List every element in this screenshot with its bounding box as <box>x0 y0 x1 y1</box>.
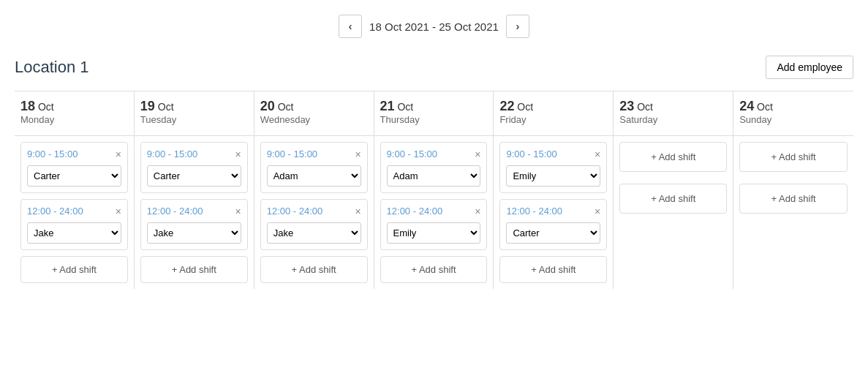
employee-select-thu-0[interactable]: CarterAdamJakeEmily <box>387 165 481 187</box>
day-number-thu: 21 Oct <box>380 99 488 114</box>
add-shift-button-sat-1[interactable]: + Add shift <box>619 184 727 214</box>
prev-button[interactable]: ‹ <box>339 15 362 38</box>
add-shift-button-wed[interactable]: + Add shift <box>260 256 368 283</box>
shift-close-button-fri-0[interactable]: × <box>595 149 600 159</box>
employee-select-mon-0[interactable]: CarterAdamJakeEmily <box>27 165 121 187</box>
day-num: 20 <box>260 99 275 113</box>
day-number-mon: 18 Oct <box>20 99 128 114</box>
no-shifts-area-sat: + Add shift+ Add shift <box>614 136 733 225</box>
shift-close-button-thu-0[interactable]: × <box>475 149 480 159</box>
date-range-label: 18 Oct 2021 - 25 Oct 2021 <box>369 20 499 33</box>
shift-time-wed-0: 9:00 - 15:00 <box>267 148 317 159</box>
day-number-wed: 20 Oct <box>260 99 368 114</box>
shift-card-thu-1: 12:00 - 24:00×CarterAdamJakeEmily <box>380 199 488 250</box>
shift-time-row-wed-0: 9:00 - 15:00× <box>267 148 361 159</box>
shifts-bottom-wed: + Add shift <box>254 256 374 289</box>
shift-card-mon-0: 9:00 - 15:00×CarterAdamJakeEmily <box>20 142 128 193</box>
employee-select-thu-1[interactable]: CarterAdamJakeEmily <box>387 222 481 244</box>
shift-time-thu-0: 9:00 - 15:00 <box>387 148 437 159</box>
day-month: Oct <box>158 101 174 113</box>
shift-close-button-wed-1[interactable]: × <box>355 206 361 217</box>
add-employee-button[interactable]: Add employee <box>766 56 853 79</box>
shift-time-mon-1: 12:00 - 24:00 <box>27 206 83 217</box>
shifts-bottom-thu: + Add shift <box>374 256 494 289</box>
add-shift-button-sun-0[interactable]: + Add shift <box>739 142 848 172</box>
add-shift-button-fri[interactable]: + Add shift <box>499 256 607 283</box>
employee-select-tue-1[interactable]: CarterAdamJakeEmily <box>147 222 241 244</box>
calendar-nav: ‹ 18 Oct 2021 - 25 Oct 2021 › <box>15 15 853 38</box>
day-column-sun: 24 Oct Sunday + Add shift+ Add shift <box>733 91 853 289</box>
schedule-grid: 18 Oct Monday 9:00 - 15:00×CarterAdamJak… <box>15 91 853 289</box>
shift-card-fri-1: 12:00 - 24:00×CarterAdamJakeEmily <box>499 199 607 250</box>
add-shift-button-thu[interactable]: + Add shift <box>380 256 488 283</box>
shift-card-thu-0: 9:00 - 15:00×CarterAdamJakeEmily <box>380 142 488 193</box>
shift-close-button-tue-1[interactable]: × <box>235 206 241 217</box>
day-num: 18 <box>20 99 35 113</box>
shift-close-button-wed-0[interactable]: × <box>355 149 361 159</box>
day-month: Oct <box>38 101 54 113</box>
shift-time-thu-1: 12:00 - 24:00 <box>387 206 443 217</box>
day-num: 21 <box>380 99 395 113</box>
shift-time-tue-1: 12:00 - 24:00 <box>147 206 203 217</box>
location-header: Location 1 Add employee <box>15 56 853 79</box>
shift-time-row-tue-0: 9:00 - 15:00× <box>147 148 241 159</box>
next-button[interactable]: › <box>506 15 529 38</box>
shift-time-fri-1: 12:00 - 24:00 <box>506 206 562 217</box>
add-shift-button-sun-1[interactable]: + Add shift <box>739 184 848 214</box>
day-column-sat: 23 Oct Saturday + Add shift+ Add shift <box>614 91 733 289</box>
day-name-sat: Saturday <box>619 114 727 125</box>
day-number-tue: 19 Oct <box>140 99 248 114</box>
day-column-tue: 19 Oct Tuesday 9:00 - 15:00×CarterAdamJa… <box>135 91 254 289</box>
employee-select-tue-0[interactable]: CarterAdamJakeEmily <box>147 165 241 187</box>
shift-close-button-tue-0[interactable]: × <box>235 149 241 159</box>
shift-time-row-fri-0: 9:00 - 15:00× <box>506 148 600 159</box>
day-month: Oct <box>637 101 653 113</box>
shift-card-fri-0: 9:00 - 15:00×CarterAdamJakeEmily <box>499 142 607 193</box>
shift-time-row-thu-1: 12:00 - 24:00× <box>387 206 481 217</box>
shift-time-wed-1: 12:00 - 24:00 <box>267 206 323 217</box>
shift-time-tue-0: 9:00 - 15:00 <box>147 148 197 159</box>
shifts-area-mon: 9:00 - 15:00×CarterAdamJakeEmily12:00 - … <box>15 136 134 256</box>
employee-select-mon-1[interactable]: CarterAdamJakeEmily <box>27 222 121 244</box>
day-month: Oct <box>757 101 773 113</box>
shift-close-button-mon-0[interactable]: × <box>116 149 121 159</box>
employee-select-wed-1[interactable]: CarterAdamJakeEmily <box>267 222 361 244</box>
shift-close-button-thu-1[interactable]: × <box>475 206 480 217</box>
day-name-mon: Monday <box>20 114 128 125</box>
shift-time-mon-0: 9:00 - 15:00 <box>27 148 78 159</box>
add-shift-button-sat-0[interactable]: + Add shift <box>619 142 727 172</box>
day-name-thu: Thursday <box>380 114 488 125</box>
day-header-mon: 18 Oct Monday <box>15 91 134 136</box>
day-column-wed: 20 Oct Wednesday 9:00 - 15:00×CarterAdam… <box>254 91 374 289</box>
day-header-sat: 23 Oct Saturday <box>614 91 733 136</box>
day-number-sat: 23 Oct <box>619 99 727 114</box>
shifts-bottom-fri: + Add shift <box>494 256 613 289</box>
day-month: Oct <box>397 101 413 113</box>
day-column-mon: 18 Oct Monday 9:00 - 15:00×CarterAdamJak… <box>15 91 135 289</box>
day-num: 22 <box>499 99 514 113</box>
shift-time-row-thu-0: 9:00 - 15:00× <box>387 148 481 159</box>
day-header-thu: 21 Oct Thursday <box>374 91 494 136</box>
shift-card-wed-0: 9:00 - 15:00×CarterAdamJakeEmily <box>260 142 368 193</box>
day-month: Oct <box>278 101 294 113</box>
day-name-wed: Wednesday <box>260 114 368 125</box>
shift-time-row-tue-1: 12:00 - 24:00× <box>147 206 241 217</box>
shift-time-row-mon-0: 9:00 - 15:00× <box>27 148 121 159</box>
shift-card-wed-1: 12:00 - 24:00×CarterAdamJakeEmily <box>260 199 368 250</box>
day-name-tue: Tuesday <box>140 114 248 125</box>
shifts-area-fri: 9:00 - 15:00×CarterAdamJakeEmily12:00 - … <box>494 136 613 256</box>
shift-time-row-mon-1: 12:00 - 24:00× <box>27 206 121 217</box>
day-column-thu: 21 Oct Thursday 9:00 - 15:00×CarterAdamJ… <box>374 91 494 289</box>
shift-close-button-mon-1[interactable]: × <box>116 206 121 217</box>
add-shift-button-tue[interactable]: + Add shift <box>140 256 248 283</box>
day-header-fri: 22 Oct Friday <box>494 91 613 136</box>
shift-close-button-fri-1[interactable]: × <box>595 206 600 217</box>
employee-select-fri-0[interactable]: CarterAdamJakeEmily <box>506 165 600 187</box>
add-shift-button-mon[interactable]: + Add shift <box>20 256 128 283</box>
day-month: Oct <box>517 101 533 113</box>
shifts-area-wed: 9:00 - 15:00×CarterAdamJakeEmily12:00 - … <box>254 136 374 256</box>
employee-select-fri-1[interactable]: CarterAdamJakeEmily <box>506 222 600 244</box>
shift-time-row-fri-1: 12:00 - 24:00× <box>506 206 600 217</box>
shift-card-mon-1: 12:00 - 24:00×CarterAdamJakeEmily <box>20 199 128 250</box>
employee-select-wed-0[interactable]: CarterAdamJakeEmily <box>267 165 361 187</box>
